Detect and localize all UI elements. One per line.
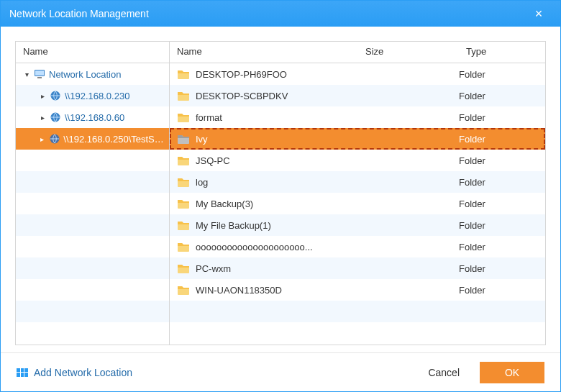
tree-row-label: \\192.168.0.230	[65, 91, 129, 101]
list-row[interactable]: PC-wxmFolder	[170, 257, 545, 279]
list-row-name: My Backup(3)	[196, 199, 358, 209]
tree-row-empty	[16, 257, 169, 279]
ok-button[interactable]: OK	[480, 362, 544, 383]
tree-row-empty	[16, 150, 169, 171]
globe-icon	[49, 111, 62, 124]
list-row-type: Folder	[459, 220, 545, 231]
svg-rect-1	[35, 70, 44, 76]
close-button[interactable]: ×	[526, 6, 552, 22]
tree-row-label: \\192.168.0.60	[65, 112, 124, 123]
folder-icon	[177, 262, 190, 275]
list-body: DESKTOP-PH69FOOFolderDESKTOP-SCBPDKVFold…	[170, 63, 545, 345]
folder-icon	[177, 154, 190, 167]
tree-row-empty	[16, 301, 169, 322]
list-row-name: log	[196, 177, 358, 188]
list-row-name: DESKTOP-SCBPDKV	[196, 91, 358, 101]
chevron-right-icon[interactable]: ▸	[36, 92, 49, 100]
window-title: Network Location Management	[9, 8, 526, 19]
list-row-type: Folder	[459, 263, 545, 274]
tree-row-label: Network Location	[49, 69, 121, 80]
tree-row-empty	[16, 171, 169, 193]
svg-rect-2	[37, 77, 42, 78]
folder-icon	[177, 89, 190, 102]
add-network-location-button[interactable]: Add Network Location	[17, 367, 132, 378]
list-row-name: WIN-UAON118350D	[196, 285, 358, 296]
folder-icon	[177, 197, 190, 210]
list-row-empty	[170, 301, 545, 322]
list-row-name: My File Backup(1)	[196, 220, 358, 231]
list-panel: Name Size Type DESKTOP-PH69FOOFolderDESK…	[170, 41, 546, 345]
list-row-type: Folder	[459, 199, 545, 209]
list-row-type: Folder	[459, 91, 545, 101]
tree-body: ▾Network Location▸\\192.168.0.230▸\\192.…	[16, 63, 169, 345]
list-header-size[interactable]: Size	[358, 42, 459, 63]
tree-row-empty	[16, 279, 169, 301]
folder-icon	[177, 132, 190, 145]
list-row-name: Ivy	[196, 134, 358, 145]
list-row[interactable]: IvyFolder	[170, 128, 545, 150]
tree-row-empty	[16, 214, 169, 236]
list-row[interactable]: My Backup(3)Folder	[170, 193, 545, 214]
list-header-type[interactable]: Type	[459, 42, 545, 63]
tree-row-label: \\192.168.0.250\TestSh...	[63, 134, 165, 145]
add-icon	[17, 368, 28, 377]
tree-row-empty	[16, 193, 169, 214]
content-area: Name ▾Network Location▸\\192.168.0.230▸\…	[1, 27, 560, 352]
tree-row[interactable]: ▸\\192.168.0.250\TestSh...	[16, 128, 169, 150]
tree-row[interactable]: ▾Network Location	[16, 63, 169, 85]
cancel-button[interactable]: Cancel	[418, 363, 470, 383]
list-row-name: ooooooooooooooooooooo...	[196, 242, 358, 252]
computer-icon	[33, 68, 46, 81]
title-bar: Network Location Management ×	[1, 1, 560, 27]
folder-icon	[177, 240, 190, 253]
folder-icon	[177, 176, 190, 188]
list-row-type: Folder	[459, 69, 545, 80]
dialog-window: Network Location Management × Name ▾Netw…	[0, 0, 561, 392]
list-row-name: format	[196, 112, 358, 123]
list-row-type: Folder	[459, 285, 545, 296]
list-row-empty	[170, 322, 545, 344]
tree-row[interactable]: ▸\\192.168.0.60	[16, 106, 169, 128]
list-row-name: DESKTOP-PH69FOO	[196, 69, 358, 80]
list-row-type: Folder	[459, 155, 545, 166]
list-row[interactable]: JSQ-PCFolder	[170, 150, 545, 171]
cancel-label: Cancel	[428, 367, 460, 378]
list-header-row: Name Size Type	[170, 42, 545, 63]
list-row-type: Folder	[459, 177, 545, 188]
list-row-type: Folder	[459, 242, 545, 252]
list-row[interactable]: logFolder	[170, 171, 545, 193]
list-row-type: Folder	[459, 134, 545, 145]
folder-icon	[177, 111, 190, 124]
globe-icon	[49, 89, 62, 102]
globe-icon	[48, 132, 61, 145]
folder-icon	[177, 219, 190, 232]
tree-header-row: Name	[16, 42, 169, 63]
list-row[interactable]: formatFolder	[170, 106, 545, 128]
list-row-type: Folder	[459, 112, 545, 123]
list-header-name[interactable]: Name	[170, 42, 358, 63]
list-row[interactable]: DESKTOP-PH69FOOFolder	[170, 63, 545, 85]
list-row-name: JSQ-PC	[196, 155, 358, 166]
list-row[interactable]: DESKTOP-SCBPDKVFolder	[170, 85, 545, 106]
list-row[interactable]: ooooooooooooooooooooo...Folder	[170, 236, 545, 257]
list-row-name: PC-wxm	[196, 263, 358, 274]
ok-label: OK	[505, 367, 519, 378]
tree-header-name[interactable]: Name	[16, 42, 169, 63]
folder-icon	[177, 283, 190, 296]
add-network-location-label: Add Network Location	[34, 367, 132, 378]
chevron-right-icon[interactable]: ▸	[35, 135, 48, 143]
tree-row-empty	[16, 322, 169, 344]
tree-row[interactable]: ▸\\192.168.0.230	[16, 85, 169, 106]
chevron-down-icon[interactable]: ▾	[20, 70, 33, 78]
tree-row-empty	[16, 236, 169, 257]
list-row[interactable]: My File Backup(1)Folder	[170, 214, 545, 236]
chevron-right-icon[interactable]: ▸	[36, 114, 49, 122]
tree-panel: Name ▾Network Location▸\\192.168.0.230▸\…	[15, 41, 170, 345]
list-row[interactable]: WIN-UAON118350DFolder	[170, 279, 545, 301]
footer-bar: Add Network Location Cancel OK	[1, 352, 560, 391]
folder-icon	[177, 68, 190, 81]
